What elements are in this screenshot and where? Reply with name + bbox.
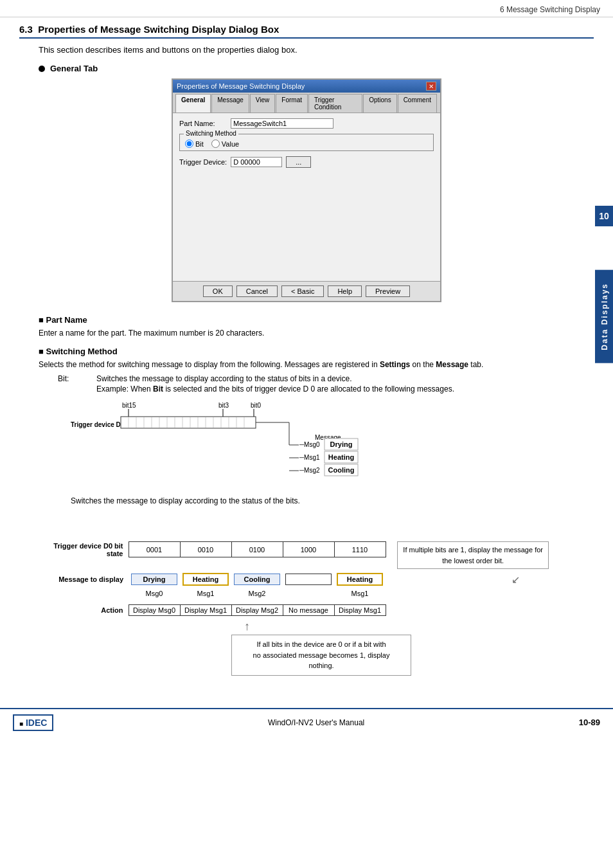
trigger-device-input[interactable] (231, 157, 282, 167)
general-tab-label: General Tab (50, 64, 98, 73)
preview-button[interactable]: Preview (366, 285, 410, 297)
bit-diagram: bit15 bit3 bit0 Trigger device D0 (71, 400, 594, 490)
dialog-tabs: General Message View Format Trigger Cond… (173, 93, 440, 113)
msg-heating2-cell: Heating (334, 570, 386, 588)
state-1000: 1000 (283, 542, 334, 557)
state-1110: 1110 (334, 542, 386, 557)
bit-desc-text: Switches the message to display accordin… (96, 374, 352, 383)
msg1-arrow-label: ─Msg1 (299, 454, 320, 461)
general-tab-heading: General Tab (39, 64, 594, 73)
bullet-icon (39, 66, 45, 72)
msg2-value: Cooling (328, 466, 355, 474)
bottom-page: 10-89 (579, 718, 600, 727)
radio-row: Bit Value (185, 137, 428, 148)
msgid-0: Msg0 (129, 588, 180, 599)
msg-drying-box: Drying (131, 574, 177, 585)
bit-desc-row: Bit: Switches the message to display acc… (58, 374, 594, 383)
bit-label: Bit: (58, 374, 96, 383)
action-2: Display Msg2 (231, 605, 283, 616)
callout-box-1: If multiple bits are 1, display the mess… (397, 541, 549, 569)
msgid-3 (283, 588, 334, 599)
state-0100: 0100 (231, 542, 283, 557)
tab-comment[interactable]: Comment (398, 94, 437, 113)
bottom-bar: ■ IDEC WindO/I-NV2 User's Manual 10-89 (0, 708, 613, 736)
dialog-close-button[interactable]: ✕ (426, 82, 436, 91)
msg0-value: Drying (330, 440, 353, 448)
bit-example-row: Example: When Bit is selected and the bi… (96, 384, 594, 393)
tab-general[interactable]: General (175, 94, 211, 113)
tab-format[interactable]: Format (276, 94, 308, 113)
callout-arrow-2: ↑ (244, 620, 574, 633)
part-name-heading: Part Name (39, 315, 594, 325)
msg-empty-cell (283, 570, 334, 588)
msgid-1: Msg1 (180, 588, 231, 599)
part-name-text: Enter a name for the part. The maximum n… (39, 327, 594, 339)
tab-view[interactable]: View (250, 94, 276, 113)
sidebar-label: Data Displays (595, 270, 613, 363)
msg-drying-cell: Drying (129, 570, 180, 588)
message-row-label: Message to display (39, 570, 129, 588)
msgid-2: Msg2 (231, 588, 283, 599)
bit0-label: bit0 (251, 402, 262, 409)
bit-switches-text: Switches the message to display accordin… (71, 496, 594, 505)
msgid-4: Msg1 (334, 588, 386, 599)
dialog-box: Properties of Message Switching Display … (172, 78, 441, 302)
radio-bit-item: Bit (185, 140, 204, 148)
radio-value-item: Value (211, 140, 239, 148)
trigger-browse-button[interactable]: ... (286, 156, 311, 168)
radio-bit-label: Bit (195, 140, 204, 148)
cancel-button[interactable]: Cancel (236, 285, 278, 297)
switching-method-group: Switching Method Bit Value (179, 134, 434, 151)
idec-logo: ■ IDEC (13, 714, 53, 731)
msg0-arrow-label: ─Msg0 (299, 441, 320, 448)
svg-rect-3 (121, 417, 256, 428)
sidebar-number: 10 (595, 206, 613, 226)
tab-options[interactable]: Options (363, 94, 396, 113)
bottom-manual: WindO/I-NV2 User's Manual (268, 718, 364, 727)
part-name-field: Part Name: (179, 118, 434, 129)
msg-heating-box-2: Heating (337, 573, 383, 586)
dialog-title: Properties of Message Switching Display (177, 82, 305, 90)
section-description: This section describes items and buttons… (39, 45, 594, 55)
tab-message[interactable]: Message (211, 94, 249, 113)
help-button[interactable]: Help (328, 285, 362, 297)
msg-cooling-box: Cooling (234, 574, 280, 585)
msg-empty-box (285, 574, 332, 585)
dialog-titlebar: Properties of Message Switching Display … (173, 80, 440, 93)
callout-arrow-1: ↙ (511, 574, 520, 586)
trigger-d0-label: Trigger device D0 (71, 421, 125, 428)
action-row-label: Action (39, 605, 129, 616)
ok-button[interactable]: OK (203, 285, 233, 297)
section-title: 6.3 Properties of Message Switching Disp… (19, 24, 594, 39)
radio-bit-input[interactable] (185, 140, 193, 148)
main-content: 6.3 Properties of Message Switching Disp… (0, 17, 613, 695)
action-0: Display Msg0 (129, 605, 180, 616)
trigger-row-label: Trigger device D0 bitstate (39, 542, 129, 557)
top-bar: 6 Message Switching Display (0, 0, 613, 17)
msg-heating-box-1: Heating (182, 573, 229, 586)
part-name-input[interactable] (231, 118, 333, 129)
bit3-label: bit3 (218, 402, 229, 409)
tab-trigger-condition[interactable]: Trigger Condition (308, 94, 362, 113)
state-table: Trigger device D0 bitstate 0001 0010 010… (39, 541, 386, 616)
radio-value-input[interactable] (211, 140, 220, 148)
msg-cooling-cell: Cooling (231, 570, 283, 588)
dialog-wrapper: Properties of Message Switching Display … (19, 78, 594, 302)
state-0010: 0010 (180, 542, 231, 557)
action-1: Display Msg1 (180, 605, 231, 616)
switching-method-heading: Switching Method (39, 347, 594, 356)
dialog-buttons: OK Cancel < Basic Help Preview (173, 281, 440, 301)
msg1-value: Heating (328, 453, 354, 461)
trigger-device-label: Trigger Device: (179, 158, 227, 166)
bit-diagram-svg: bit15 bit3 bit0 Trigger device D0 (71, 400, 392, 490)
state-diagram: If multiple bits are 1, display the mess… (39, 541, 574, 676)
part-name-label: Part Name: (179, 120, 231, 127)
action-4: Display Msg1 (334, 605, 386, 616)
msg2-arrow-label: ─Msg2 (299, 467, 320, 474)
bit15-label: bit15 (122, 402, 136, 409)
dialog-body: Part Name: Switching Method Bit Value (173, 113, 440, 281)
callout-box-2: If all bits in the device are 0 or if a … (231, 635, 411, 676)
basic-button[interactable]: < Basic (281, 285, 324, 297)
radio-value-label: Value (222, 140, 239, 148)
msg-heating-cell: Heating (180, 570, 231, 588)
